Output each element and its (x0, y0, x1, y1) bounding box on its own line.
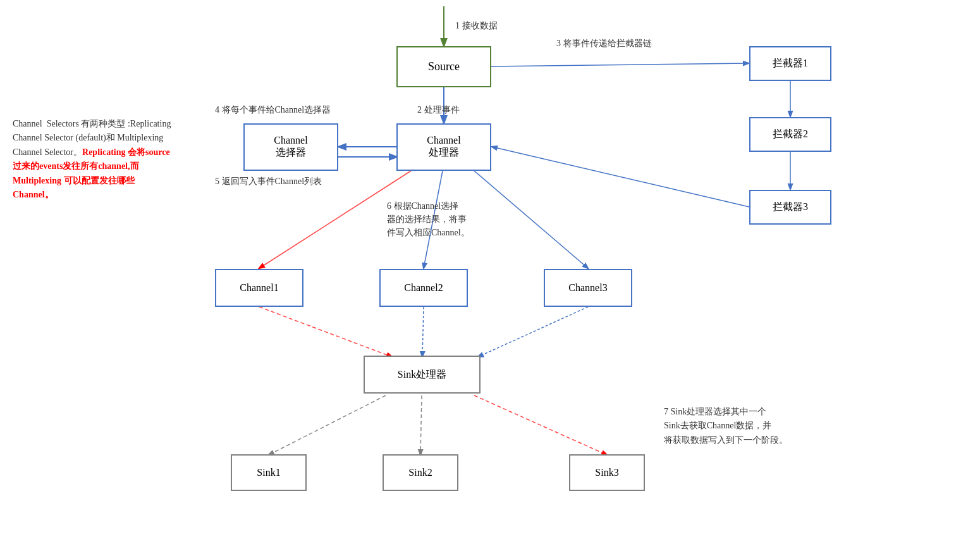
svg-line-14 (269, 395, 386, 455)
svg-line-16 (474, 395, 607, 455)
sink3-box: Sink3 (569, 454, 645, 491)
svg-line-12 (422, 307, 424, 357)
channel3-box: Channel3 (544, 269, 632, 307)
left-text-content: Channel Selectors 有两种类型 :Replicating Cha… (13, 119, 171, 199)
source-box: Source (396, 46, 491, 87)
channel-processor-box: Channel处理器 (396, 123, 491, 171)
annotation-write-channel: 6 根据Channel选择器的选择结果，将事件写入相应Channel。 (387, 199, 507, 239)
svg-line-4 (491, 63, 749, 66)
annotation-give-channel: 4 将每个事件给Channel选择器 (215, 104, 331, 116)
interceptor2-box: 拦截器2 (749, 117, 831, 152)
svg-line-11 (259, 307, 392, 357)
sink1-label: Sink1 (257, 467, 280, 478)
channel-selector-box: Channel选择器 (243, 123, 338, 171)
diagram-container: Source Channel处理器 Channel选择器 拦截器1 拦截器2 拦… (0, 0, 980, 534)
channel2-label: Channel2 (404, 282, 443, 294)
annotation-return-list: 5 返回写入事件Channel列表 (215, 176, 322, 187)
left-text-panel: Channel Selectors 有两种类型 :Replicating Cha… (13, 117, 174, 202)
svg-line-15 (420, 395, 422, 455)
channel1-label: Channel1 (240, 282, 278, 294)
annotation-pass-interceptors: 3 将事件传递给拦截器链 (556, 38, 652, 49)
annotation-receive-data: 1 接收数据 (455, 20, 498, 32)
sink2-label: Sink2 (408, 467, 432, 478)
sink2-box: Sink2 (383, 454, 458, 491)
channel1-box: Channel1 (215, 269, 303, 307)
interceptor2-label: 拦截器2 (773, 128, 808, 141)
sink1-box: Sink1 (231, 454, 307, 491)
sink3-label: Sink3 (595, 467, 618, 478)
sink-processor-label: Sink处理器 (398, 368, 446, 382)
channel3-label: Channel3 (568, 282, 607, 294)
svg-line-13 (478, 307, 588, 357)
interceptor1-box: 拦截器1 (749, 46, 831, 81)
channel-processor-label: Channel处理器 (427, 135, 460, 159)
channel2-box: Channel2 (379, 269, 468, 307)
svg-line-7 (492, 147, 749, 207)
channel-selector-label: Channel选择器 (274, 135, 307, 159)
annotation-handle-event: 2 处理事件 (417, 104, 460, 116)
interceptor1-label: 拦截器1 (773, 57, 808, 70)
annotation-sink-note: 7 Sink处理器选择其中一个Sink去获取Channel数据，并将获取数据写入… (664, 405, 873, 447)
source-label: Source (428, 60, 460, 73)
sink-processor-box: Sink处理器 (364, 356, 481, 394)
interceptor3-box: 拦截器3 (749, 190, 831, 225)
interceptor3-label: 拦截器3 (773, 201, 808, 214)
